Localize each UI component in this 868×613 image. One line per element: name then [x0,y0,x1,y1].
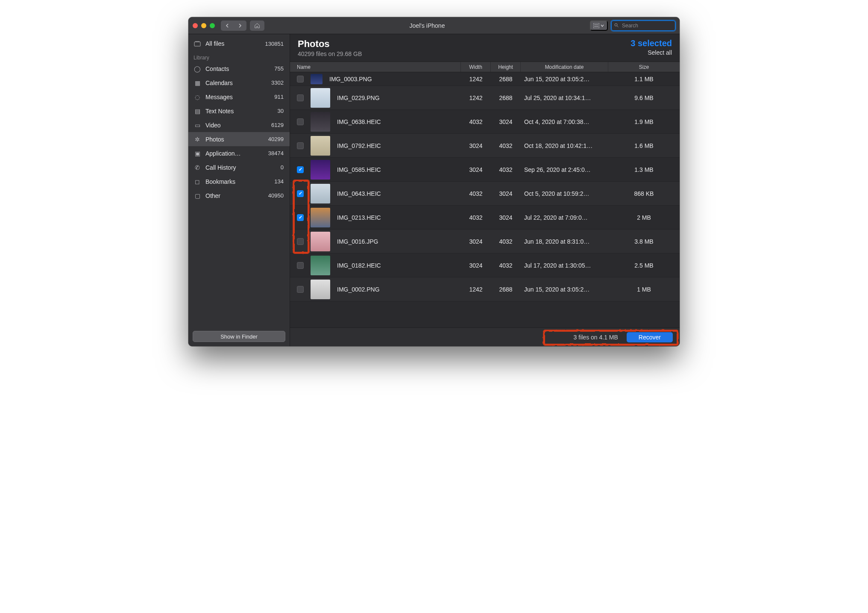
file-date: Sep 26, 2020 at 2:45:0… [521,166,608,173]
file-date: Jun 15, 2020 at 3:05:2… [521,76,608,83]
close-icon[interactable] [193,23,198,28]
minimize-icon[interactable] [201,23,206,28]
category-icon: ◯ [194,65,201,72]
file-name: IMG_0638.HEIC [337,118,381,125]
table-row[interactable]: IMG_0182.HEIC30244032Jul 17, 2020 at 1:3… [290,253,680,277]
thumbnail [311,280,330,299]
row-checkbox[interactable] [297,190,304,197]
file-date: Jun 18, 2020 at 8:31:0… [521,238,608,245]
sidebar-item[interactable]: ✆Call History0 [188,160,290,174]
home-button[interactable] [250,21,264,31]
sidebar-group-label: Library [188,52,290,62]
file-date: Oct 18, 2020 at 10:42:1… [521,142,608,149]
select-all-button[interactable]: Select all [630,49,672,56]
table-row[interactable]: IMG_0585.HEIC30244032Sep 26, 2020 at 2:4… [290,158,680,182]
table-row[interactable]: IMG_0792.HEIC30244032Oct 18, 2020 at 10:… [290,134,680,158]
sidebar-item-count: 755 [274,65,284,72]
file-size: 1 MB [608,286,680,293]
row-checkbox[interactable] [297,286,304,293]
sidebar-item[interactable]: ▣Application…38474 [188,146,290,160]
row-checkbox[interactable] [297,262,304,269]
sidebar-item-label: Messages [205,94,270,100]
stack-icon [194,41,201,47]
sidebar-item-label: Bookmarks [205,178,270,185]
sidebar-item[interactable]: ◻Bookmarks134 [188,174,290,189]
file-date: Oct 4, 2020 at 7:00:38… [521,118,608,125]
recover-button[interactable]: Recover [627,332,673,342]
svg-rect-0 [593,23,599,28]
table-row[interactable]: IMG_0016.JPG30244032Jun 18, 2020 at 8:31… [290,230,680,253]
file-height: 3024 [491,118,521,125]
sidebar-item-count: 130851 [265,41,284,47]
column-date[interactable]: Modification date [521,62,608,72]
file-height: 2688 [491,286,521,293]
sidebar-item[interactable]: ✲Photos40299 [188,132,290,146]
file-width: 3024 [461,166,491,173]
file-height: 2688 [491,76,521,83]
file-width: 3024 [461,142,491,149]
row-checkbox[interactable] [297,94,304,101]
thumbnail [311,184,330,203]
page-subtitle: 40299 files on 29.68 GB [298,50,362,57]
table-row[interactable]: IMG_0002.PNG12422688Jun 15, 2020 at 3:05… [290,277,680,301]
sidebar-item-label: Photos [205,136,264,143]
forward-button[interactable] [234,21,246,31]
file-date: Jul 17, 2020 at 1:30:05… [521,262,608,269]
file-height: 2688 [491,94,521,101]
titlebar: Joel's iPhone [188,17,680,34]
sidebar-item-label: Application… [205,150,264,157]
file-size: 868 KB [608,190,680,197]
column-name[interactable]: Name [290,62,461,72]
back-button[interactable] [221,21,234,31]
column-size[interactable]: Size [608,62,680,72]
file-width: 4032 [461,118,491,125]
table-row[interactable]: IMG_0003.PNG12422688Jun 15, 2020 at 3:05… [290,72,680,86]
category-icon: ▢ [194,192,201,199]
file-name: IMG_0792.HEIC [337,142,381,149]
row-checkbox[interactable] [297,166,304,173]
sidebar-item-count: 40950 [268,192,284,199]
row-checkbox[interactable] [297,76,304,83]
sidebar-item[interactable]: ▦Calendars3302 [188,76,290,90]
sidebar-item-count: 3302 [271,80,284,86]
file-width: 1242 [461,94,491,101]
file-name: IMG_0003.PNG [329,76,372,83]
file-size: 2.5 MB [608,262,680,269]
column-width[interactable]: Width [461,62,491,72]
sidebar-item[interactable]: ▤Text Notes30 [188,104,290,118]
svg-line-4 [617,26,619,27]
list-icon [593,23,599,28]
sidebar-item-count: 40299 [268,136,284,142]
table-row[interactable]: IMG_0213.HEIC40323024Jul 22, 2020 at 7:0… [290,206,680,230]
row-checkbox[interactable] [297,142,304,149]
table-row[interactable]: IMG_0643.HEIC40323024Oct 5, 2020 at 10:5… [290,182,680,206]
file-width: 1242 [461,286,491,293]
table-row[interactable]: IMG_0229.PNG12422688Jul 25, 2020 at 10:3… [290,86,680,110]
row-checkbox[interactable] [297,214,304,221]
page-title: Photos [298,38,362,50]
sidebar-item-count: 30 [278,108,284,114]
show-in-finder-button[interactable]: Show in Finder [193,331,285,342]
search-input[interactable] [611,21,675,31]
file-date: Oct 5, 2020 at 10:59:2… [521,190,608,197]
view-mode-button[interactable] [590,21,608,31]
sidebar-item[interactable]: ▭Video6129 [188,118,290,132]
sidebar-item[interactable]: ▢Other40950 [188,189,290,203]
sidebar-item[interactable]: ◯Contacts755 [188,62,290,76]
column-height[interactable]: Height [491,62,521,72]
file-name: IMG_0585.HEIC [337,166,381,173]
window-title: Joel's iPhone [268,22,586,29]
sidebar-item-count: 911 [274,94,284,100]
sidebar: All files 130851 Library ◯Contacts755▦Ca… [188,34,290,346]
sidebar-item-all[interactable]: All files 130851 [188,35,290,52]
file-width: 4032 [461,190,491,197]
file-date: Jul 22, 2020 at 7:09:0… [521,214,608,221]
file-height: 3024 [491,190,521,197]
file-width: 1242 [461,76,491,83]
zoom-icon[interactable] [210,23,215,28]
sidebar-item[interactable]: ◌Messages911 [188,90,290,104]
file-size: 3.8 MB [608,238,680,245]
row-checkbox[interactable] [297,118,304,125]
row-checkbox[interactable] [297,238,304,245]
table-row[interactable]: IMG_0638.HEIC40323024Oct 4, 2020 at 7:00… [290,110,680,134]
